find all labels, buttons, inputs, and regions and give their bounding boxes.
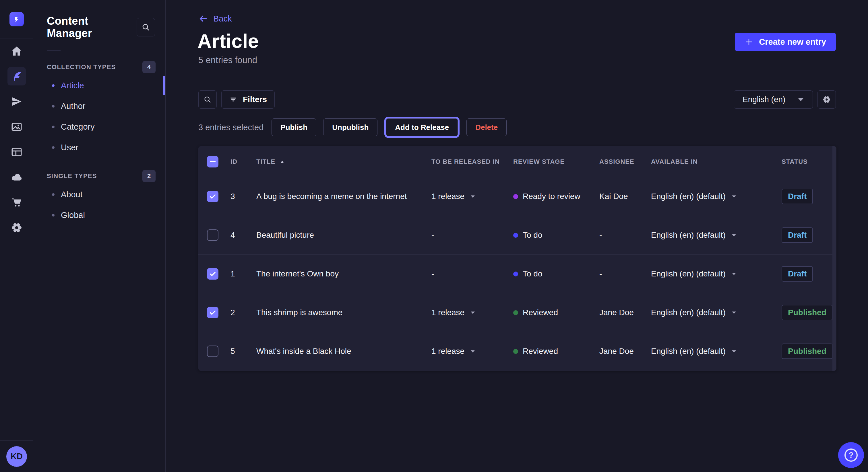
stage-dot (513, 310, 518, 315)
column-header-id[interactable]: ID (227, 158, 253, 165)
sidebar-item-global[interactable]: Global (34, 205, 165, 225)
cell-available-in[interactable]: English (en) (default) (648, 231, 778, 240)
locale-select[interactable]: English (en) (734, 90, 813, 109)
column-header-status[interactable]: STATUS (778, 158, 836, 165)
add-to-release-button[interactable]: Add to Release (386, 119, 458, 136)
sidebar-item-article[interactable]: Article (34, 75, 165, 96)
nav-marketplace[interactable] (0, 190, 33, 215)
cell-review-stage: Ready to review (510, 192, 596, 201)
cell-available-in[interactable]: English (en) (default) (648, 347, 778, 356)
bullet-icon (52, 126, 55, 128)
avatar[interactable]: KD (6, 446, 27, 467)
strapi-logo-button[interactable] (0, 0, 33, 38)
release-value: 1 release (431, 192, 464, 201)
column-header-review-stage[interactable]: REVIEW STAGE (510, 158, 596, 165)
sidebar-item-about[interactable]: About (34, 184, 165, 205)
cell-available-in[interactable]: English (en) (default) (648, 269, 778, 278)
user-menu[interactable]: KD (0, 440, 33, 472)
select-all-checkbox[interactable] (207, 156, 218, 167)
release-value: 1 release (431, 347, 464, 356)
cell-to-be-released-in[interactable]: 1 release (428, 308, 510, 317)
sidebar-item-category[interactable]: Category (34, 116, 165, 137)
nav-home[interactable] (0, 38, 33, 64)
table-row[interactable]: 2 This shrimp is awesome 1 release Revie… (198, 293, 836, 332)
chevron-down-icon (731, 348, 737, 355)
nav-deploy[interactable] (0, 165, 33, 190)
locale-value: English (en) (default) (651, 231, 725, 240)
row-checkbox[interactable] (207, 307, 218, 318)
nav-content-type-builder[interactable] (0, 139, 33, 165)
row-checkbox[interactable] (207, 268, 218, 279)
cell-available-in[interactable]: English (en) (default) (648, 192, 778, 201)
row-checkbox[interactable] (207, 191, 218, 202)
column-header-available-in[interactable]: AVAILABLE IN (648, 158, 778, 165)
entries-table: ID TITLE TO BE RELEASED IN REVIEW STAGE … (198, 146, 836, 371)
nav-releases[interactable] (0, 89, 33, 114)
column-header-to-be-released-in[interactable]: TO BE RELEASED IN (428, 158, 510, 165)
back-link[interactable]: Back (198, 14, 231, 24)
release-value: 1 release (431, 308, 464, 317)
table-row[interactable]: 3 A bug is becoming a meme on the intern… (198, 177, 836, 216)
nav-active-highlight (7, 67, 26, 86)
cell-assignee: Kai Doe (596, 192, 648, 201)
status-badge: Draft (782, 266, 813, 281)
sidebar-item-user[interactable]: User (34, 137, 165, 158)
cell-assignee: Jane Doe (596, 308, 648, 317)
cell-status: Draft (778, 189, 836, 204)
create-new-entry-button[interactable]: Create new entry (735, 33, 836, 51)
table-scrollbar[interactable] (832, 146, 836, 371)
page-title: Article (197, 30, 259, 52)
main-nav-rail: KD (0, 0, 33, 472)
chevron-down-icon (731, 309, 737, 316)
bullet-icon (52, 105, 55, 107)
filter-icon (229, 95, 238, 104)
cell-review-stage: To do (510, 231, 596, 240)
publish-button[interactable]: Publish (272, 119, 316, 136)
search-icon (141, 23, 150, 32)
nav-settings[interactable] (0, 215, 33, 240)
unpublish-button[interactable]: Unpublish (323, 119, 377, 136)
cell-title: What's inside a Black Hole (253, 347, 428, 356)
cell-available-in[interactable]: English (en) (default) (648, 308, 778, 317)
table-row[interactable]: 4 Beautiful picture - To do - English (e… (198, 216, 836, 255)
nav-media-library[interactable] (0, 114, 33, 139)
column-header-assignee[interactable]: ASSIGNEE (596, 158, 648, 165)
sidebar-item-label: Global (61, 210, 85, 220)
cell-status: Draft (778, 227, 836, 243)
cell-title: A bug is becoming a meme on the internet (253, 192, 428, 201)
back-label: Back (213, 14, 231, 24)
table-row[interactable]: 5 What's inside a Black Hole 1 release R… (198, 332, 836, 370)
cell-title: This shrimp is awesome (253, 308, 428, 317)
cell-to-be-released-in: - (428, 231, 510, 240)
chevron-down-icon (731, 193, 737, 200)
nav-content-manager[interactable] (0, 64, 33, 89)
search-button[interactable] (198, 90, 217, 109)
feather-icon (11, 70, 23, 82)
sidebar-search-button[interactable] (136, 18, 155, 36)
cell-id: 3 (227, 192, 253, 201)
column-header-title[interactable]: TITLE (253, 158, 428, 165)
row-checkbox[interactable] (207, 229, 218, 241)
filters-button[interactable]: Filters (221, 90, 275, 109)
section-count-badge: 2 (143, 170, 156, 182)
row-checkbox[interactable] (207, 345, 218, 357)
cell-to-be-released-in[interactable]: 1 release (428, 347, 510, 356)
locale-value: English (en) (default) (651, 269, 725, 278)
nav-icon-list (0, 38, 33, 240)
table-row[interactable]: 1 The internet's Own boy - To do - Engli… (198, 255, 836, 293)
column-title-label: TITLE (256, 158, 275, 165)
cell-id: 1 (227, 269, 253, 278)
media-image-icon (11, 121, 23, 133)
cell-to-be-released-in[interactable]: 1 release (428, 192, 510, 201)
sidebar-item-author[interactable]: Author (34, 96, 165, 116)
cell-status: Draft (778, 266, 836, 281)
delete-button[interactable]: Delete (466, 119, 507, 136)
chevron-down-icon (470, 193, 476, 200)
help-button[interactable]: ? (838, 442, 864, 468)
view-settings-button[interactable] (817, 90, 836, 109)
release-value: - (431, 231, 434, 240)
stage-label: To do (523, 231, 542, 240)
cell-assignee: Jane Doe (596, 347, 648, 356)
gear-icon (11, 222, 23, 234)
sidebar-item-label: About (61, 190, 83, 199)
